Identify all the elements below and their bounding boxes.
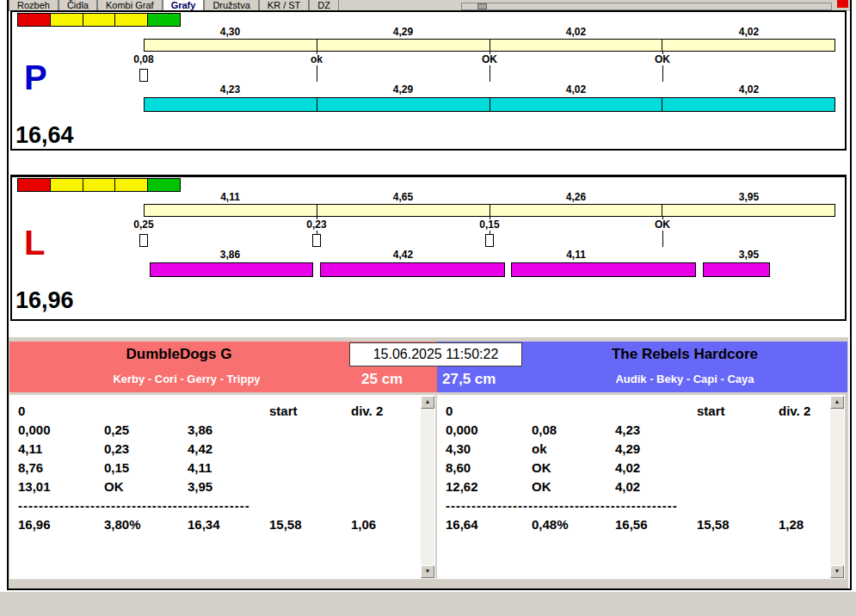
sensor-time: 4,02 xyxy=(662,26,835,38)
marker-checkbox[interactable] xyxy=(312,234,321,247)
split-time-cell: 4,42 xyxy=(188,440,269,459)
split-marker-label: 0,23 xyxy=(304,219,329,231)
team-left-dogs: Kerby - Cori - Gerry - Trippy xyxy=(10,373,363,385)
cum-time-cell: 0,000 xyxy=(446,421,532,440)
header-cell: 0 xyxy=(446,402,532,421)
cum-time-cell: 8,76 xyxy=(18,459,104,477)
split-marker-label: OK xyxy=(479,54,500,65)
scrollbar[interactable]: ▲ ▼ xyxy=(830,396,844,578)
yellow-light-icon xyxy=(83,178,116,192)
scroll-up-icon: ▲ xyxy=(834,398,841,404)
scale-bar xyxy=(144,39,835,52)
run-time: 4,42 xyxy=(317,249,490,261)
total-time-cell: 16,96 xyxy=(18,515,104,534)
scroll-down-button[interactable]: ▼ xyxy=(830,565,844,578)
app-window: Rozbeh Čidla Kombi Graf Grafy Družstva K… xyxy=(0,0,856,616)
marker-checkbox[interactable] xyxy=(485,234,494,247)
split-marker-label: 0,08 xyxy=(131,54,156,65)
start-time-cell: ok xyxy=(532,440,615,459)
scrollbar[interactable]: ▲ ▼ xyxy=(421,396,434,578)
tab-label: Družstva xyxy=(212,0,249,10)
start-time-cell: OK xyxy=(104,477,188,496)
run-times-row: 4,23 4,29 4,02 4,02 xyxy=(144,83,835,95)
yellow-light-icon xyxy=(83,13,116,27)
sum-cell: 16,34 xyxy=(188,515,269,534)
marker-checkbox[interactable] xyxy=(139,234,148,247)
cum-time-cell: 4,30 xyxy=(446,440,532,459)
split-marker-label: OK xyxy=(652,54,673,65)
scale-segment xyxy=(317,205,490,216)
split-marker-label: ok xyxy=(308,54,325,65)
split-marker-label: 0,15 xyxy=(477,219,502,231)
run-segment xyxy=(317,98,490,111)
lane-label-l: L xyxy=(24,225,45,260)
run-time: 4,11 xyxy=(490,249,662,261)
split-time-cell: 3,95 xyxy=(188,477,269,496)
percent-cell: 3,80% xyxy=(104,515,188,534)
run-time: 4,02 xyxy=(490,83,662,95)
scale-segment xyxy=(145,40,317,51)
team-right-dogs: Audik - Beky - Capi - Caya xyxy=(521,373,848,385)
scroll-down-button[interactable]: ▼ xyxy=(421,565,434,578)
split-marker-label: 0,25 xyxy=(131,219,156,231)
scroll-up-button[interactable]: ▲ xyxy=(421,396,434,409)
close-button[interactable] xyxy=(837,0,848,8)
run-time: 3,95 xyxy=(662,249,835,261)
marker-checkbox[interactable] xyxy=(139,69,148,82)
team-right-height: 27,5 cm xyxy=(442,371,496,388)
scale-segment xyxy=(145,205,317,216)
run-time: 4,23 xyxy=(144,83,317,95)
total-time-cell: 16,64 xyxy=(446,515,532,534)
scroll-track[interactable] xyxy=(830,409,844,565)
run-time: 4,29 xyxy=(317,83,490,95)
tab-label: Kombi Graf xyxy=(106,0,154,10)
split-marker-label: OK xyxy=(652,219,673,231)
dashed-separator: ----------------------------------------… xyxy=(446,496,697,515)
tab-label: KR / ST xyxy=(268,0,301,10)
yellow-light-icon xyxy=(114,13,148,27)
scale-segment xyxy=(490,205,663,216)
empty-cell xyxy=(697,459,779,477)
sensor-time: 4,29 xyxy=(317,26,490,38)
yellow-light-icon xyxy=(114,178,148,192)
timestamp: 15.06.2025 11:50:22 xyxy=(349,342,522,367)
start-time-cell: 0,23 xyxy=(104,440,188,459)
empty-cell xyxy=(697,496,779,515)
lane-panel-p: P 4,30 4,29 4,02 4,02 0,08 ok OK OK 4,23… xyxy=(10,10,847,151)
lane-panel-l: L 4,11 4,65 4,26 3,95 0,25 0,23 0,15 OK … xyxy=(10,175,847,321)
cum-time-cell: 0,000 xyxy=(18,421,104,440)
run-segment xyxy=(320,262,505,277)
scroll-track[interactable] xyxy=(421,409,434,565)
run-bar-magenta xyxy=(144,262,835,277)
yellow-light-icon xyxy=(50,178,83,192)
yellow-light-icon xyxy=(50,13,83,27)
team-left-height: 25 cm xyxy=(361,371,403,388)
dashed-separator: ----------------------------------------… xyxy=(18,496,269,515)
empty-cell xyxy=(104,402,188,421)
start-time-cell: 0,08 xyxy=(532,421,615,440)
empty-cell xyxy=(697,421,779,440)
red-light-icon xyxy=(17,178,51,192)
team-left-table: 0 start div. 2 0,000 0,25 3,86 4,11 0,23… xyxy=(9,395,435,579)
split-time-cell: 3,86 xyxy=(188,421,269,440)
marker-tick xyxy=(662,67,663,82)
run-times-row: 3,86 4,42 4,11 3,95 xyxy=(144,249,835,261)
empty-cell xyxy=(697,477,779,496)
start-total-cell: 15,58 xyxy=(269,515,351,534)
tab-label: Rozbeh xyxy=(17,0,50,10)
start-lights xyxy=(17,13,181,27)
green-light-icon xyxy=(147,178,181,192)
start-time-cell: OK xyxy=(532,477,615,496)
lane-total-p: 16,64 xyxy=(15,122,74,149)
lane-total-l: 16,96 xyxy=(15,287,74,314)
top-slider[interactable] xyxy=(461,3,832,10)
top-slider-thumb[interactable] xyxy=(477,3,487,9)
split-time-cell: 4,11 xyxy=(188,459,269,477)
empty-cell xyxy=(269,477,351,496)
header-cell: start xyxy=(269,402,351,421)
run-time: 3,86 xyxy=(144,249,317,261)
sensor-time: 4,02 xyxy=(490,26,662,38)
scroll-up-button[interactable]: ▲ xyxy=(830,396,844,409)
header-cell: 0 xyxy=(18,402,104,421)
marker-tick xyxy=(490,67,490,82)
